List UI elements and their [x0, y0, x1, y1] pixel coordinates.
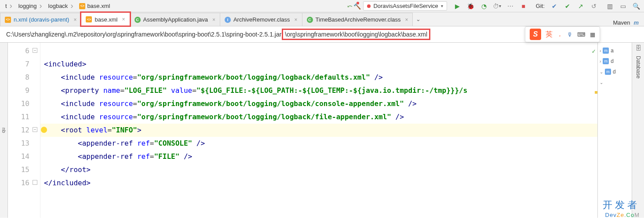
debug-icon[interactable]: 🐞 [467, 3, 474, 10]
chevron-right-icon: › [600, 59, 601, 64]
ime-toolbar[interactable]: S 英 ， 🎙 ⌨ ▦ [525, 26, 600, 42]
gutter-line[interactable]: 11 [8, 110, 40, 124]
more-tabs-icon[interactable]: ⌄ [412, 16, 424, 22]
interface-icon: I [225, 17, 231, 23]
fold-end-icon[interactable] [33, 180, 37, 185]
ime-mic-icon[interactable]: 🎙 [567, 31, 573, 38]
tab[interactable]: C AssemblyApplication.java × [130, 13, 220, 26]
build-tool-select[interactable]: Maven m [608, 19, 644, 26]
close-icon[interactable]: × [72, 17, 76, 23]
file-path-highlight: \org\springframework\boot\logging\logbac… [283, 30, 429, 39]
vcs-toolbar: Git: ✔ ✔ ↗ ↺ [531, 3, 602, 10]
ime-logo-icon: S [530, 29, 541, 40]
code-line[interactable]: <include resource="org/springframework/b… [40, 71, 597, 84]
hammer-icon[interactable]: 🔨 [353, 3, 360, 10]
gutter-line[interactable]: 12− [8, 124, 40, 137]
close-icon[interactable]: × [120, 16, 125, 22]
run-config-select[interactable]: DoravisAssetsFileService ▾ [363, 1, 447, 11]
class-icon: C [307, 17, 313, 23]
code-line[interactable]: <include resource="org/springframework/b… [40, 110, 597, 124]
breadcrumb-item[interactable]: base.xml [76, 3, 113, 9]
watermark: 开发者 DevZe.CoM [603, 198, 640, 218]
code-line[interactable]: <included> [40, 58, 597, 71]
file-path-prefix: C:\Users\zhanglizeng\.m2\repository\org\… [6, 31, 283, 38]
tab[interactable]: I ArchiveRemover.class × [220, 13, 302, 26]
stop-icon[interactable]: ■ [520, 3, 527, 10]
code-editor[interactable]: ✓ 6−789101112−13141516 <included> <inclu… [8, 43, 597, 218]
code-body[interactable]: <included> <include resource="org/spring… [40, 43, 597, 218]
tree-item[interactable]: ›d [600, 56, 630, 66]
xml-file-icon [86, 16, 92, 22]
gutter-line[interactable]: 7 [8, 58, 40, 71]
tab-label: TimeBasedArchiveRemover.class [316, 16, 401, 23]
code-line[interactable]: <appender-ref ref="CONSOLE" /> [40, 137, 597, 150]
tab-label: base.xml [95, 16, 117, 23]
attach-icon[interactable]: ⋯ [507, 3, 514, 10]
gutter-line[interactable]: 9 [8, 84, 40, 97]
code-line[interactable]: </included> [40, 176, 597, 190]
vcs-commit-icon[interactable]: ✔ [564, 3, 571, 10]
gutter-line[interactable]: 16 [8, 176, 40, 190]
editor-tabs: n.xml (doravis-parent) × base.xml × C As… [0, 12, 644, 26]
code-line[interactable] [40, 44, 597, 58]
gutter-line[interactable]: 13 [8, 137, 40, 150]
breadcrumb-item[interactable]: logback› [46, 1, 77, 11]
search-everywhere-icon[interactable]: 🔍 [633, 3, 640, 10]
fold-icon[interactable]: − [33, 127, 37, 132]
code-line[interactable]: <include resource="org/springframework/b… [40, 97, 597, 110]
presentation-icon[interactable]: ▭ [619, 3, 626, 10]
vcs-history-icon[interactable]: ↺ [590, 3, 597, 10]
xml-file-icon [5, 17, 11, 23]
ime-keyboard-icon[interactable]: ⌨ [577, 31, 586, 38]
chevron-right-icon: › [600, 48, 601, 53]
layout-icon[interactable]: ▥ [606, 3, 613, 10]
close-icon[interactable]: × [403, 17, 408, 23]
left-tool-stub[interactable]: nb [0, 43, 8, 218]
code-line[interactable]: <root level="INFO"> [40, 124, 597, 137]
editor-area: nb ✓ 6−789101112−13141516 <included> <in… [0, 43, 644, 218]
maven-tree[interactable]: ›a ›d ⌄d ⌄ [597, 43, 632, 218]
breadcrumb-item[interactable]: logging› [16, 1, 46, 11]
window-toolbar: ▥ ▭ 🔍 [602, 3, 644, 10]
database-icon[interactable]: 🗄 [635, 44, 641, 51]
chevron-right-icon: › [39, 1, 43, 11]
intention-bulb-icon[interactable] [41, 127, 47, 133]
coverage-icon[interactable]: ◔ [480, 3, 488, 10]
gutter-line[interactable]: 15 [8, 163, 40, 176]
ime-lang-label[interactable]: 英 [546, 30, 553, 39]
gutter-line[interactable]: 6− [8, 44, 40, 58]
code-line[interactable]: <appender-ref ref="FILE" /> [40, 150, 597, 163]
profile-icon[interactable]: ⏱▾ [494, 3, 501, 10]
fold-icon[interactable]: − [33, 48, 37, 53]
gutter: 6−789101112−13141516 [8, 43, 40, 218]
run-config-label: DoravisAssetsFileService [373, 3, 438, 9]
tree-item[interactable]: ⌄d [600, 66, 630, 77]
tree-item[interactable]: ›a [600, 45, 630, 56]
run-config-icon [367, 4, 371, 8]
vcs-update-icon[interactable]: ✔ [551, 3, 558, 10]
back-icon[interactable]: ⤺ [346, 3, 353, 10]
code-line[interactable]: </root> [40, 163, 597, 176]
vcs-push-icon[interactable]: ↗ [577, 3, 584, 10]
gutter-line[interactable]: 10 [8, 97, 40, 110]
tree-collapse[interactable]: ⌄ [600, 77, 630, 88]
close-icon[interactable]: × [211, 17, 215, 23]
close-icon[interactable]: × [293, 17, 298, 23]
module-icon [603, 48, 609, 54]
tab[interactable]: n.xml (doravis-parent) × [0, 13, 81, 26]
gutter-line[interactable]: 14 [8, 150, 40, 163]
tab-label: AssemblyApplication.java [143, 16, 208, 23]
run-toolbar: ▶ 🐞 ◔ ⏱▾ ⋯ ■ [450, 3, 531, 10]
inspection-ok-icon[interactable]: ✓ [592, 44, 596, 58]
ime-grid-icon[interactable]: ▦ [590, 31, 595, 38]
gutter-line[interactable]: 8 [8, 71, 40, 84]
breadcrumb-item[interactable]: t› [3, 1, 16, 11]
tab[interactable]: base.xml × [81, 12, 130, 26]
run-icon[interactable]: ▶ [454, 3, 461, 10]
database-tool-label[interactable]: Database [635, 56, 641, 78]
tab[interactable]: C TimeBasedArchiveRemover.class × [302, 13, 413, 26]
code-line[interactable]: <property name="LOG_FILE" value="${LOG_F… [40, 84, 597, 97]
xml-file-icon [79, 3, 85, 9]
ime-punct-icon[interactable]: ， [557, 30, 563, 38]
warn-stripe[interactable] [595, 91, 597, 94]
